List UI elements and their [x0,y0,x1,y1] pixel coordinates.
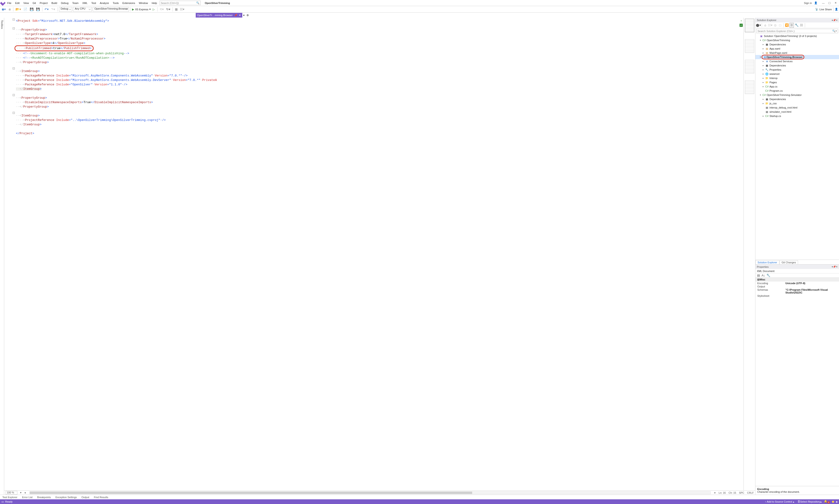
tree-item[interactable]: Program.cs [769,89,783,92]
menu-window[interactable]: Window [137,1,150,5]
tree-item[interactable]: App.xaml [769,47,780,50]
admin-icon[interactable]: 👤 [835,8,838,11]
pin-icon[interactable]: 📌 [234,14,237,17]
overview-thumb[interactable] [745,80,754,94]
platform-dropdown[interactable]: Any CPU [73,7,92,12]
tool-btn-2[interactable]: ☷▾ [179,7,185,12]
quick-search[interactable]: Search (Ctrl+Q) 🔍 [160,1,201,5]
pin-icon[interactable]: 📌 [833,266,836,268]
tab-test-explorer[interactable]: Test Explorer [0,496,20,499]
back-button[interactable]: ◉▾ [1,7,6,12]
code-editor[interactable]: <Project·Sdk="Microsoft.NET.Sdk.BlazorWe… [4,18,739,490]
status-add-src[interactable]: ↑ Add to Source Control ▴ [765,500,794,503]
menu-test[interactable]: Test [90,1,98,5]
tree-item[interactable]: Properties [769,68,781,71]
overview-thumb[interactable] [745,39,754,53]
menu-build[interactable]: Build [50,1,59,5]
overview-panel[interactable] [743,18,755,490]
signin-link[interactable]: Sign in [804,2,812,4]
fold-icon[interactable] [13,28,15,30]
menu-analyze[interactable]: Analyze [98,1,110,5]
scroll-left-icon[interactable]: ◂ [24,491,26,494]
tree-item[interactable]: Dependencies [769,64,786,67]
se-preview-icon[interactable]: ☷ [800,23,804,28]
run-target[interactable]: IIS Express [135,8,148,11]
tree-item[interactable]: interop_debug_root.html [769,106,797,109]
menu-team[interactable]: Team [71,1,80,5]
h-scrollbar[interactable] [30,491,711,494]
menu-xml[interactable]: XML [81,1,89,5]
new-project-button[interactable]: 📂▾ [15,7,22,12]
overview-thumb[interactable] [745,19,754,32]
startup-dropdown[interactable]: OpenSilverTrimming.Browser [93,7,129,12]
menu-project[interactable]: Project [38,1,49,5]
tool-btn-1[interactable]: ▦ [174,7,178,12]
zoom-dropdown-icon[interactable]: ▾ [20,491,21,494]
tree-item[interactable]: wwwroot [769,72,780,75]
tree-item[interactable]: Startup.cs [769,114,781,118]
tree-item[interactable]: Interop [769,77,777,79]
forward-button[interactable]: ◉ [7,7,12,12]
se-back-icon[interactable]: ⬤▾ [756,23,760,28]
fold-gutter[interactable] [13,18,15,490]
liveshare-label[interactable]: Live Share [819,8,832,11]
gear-icon[interactable]: ⚙ [246,14,249,17]
se-filter-icon[interactable]: ⌂ [763,23,767,28]
tab-breakpoints[interactable]: Breakpoints [35,496,53,499]
prop-row[interactable]: Output [755,285,839,288]
close-icon[interactable]: ✕ [836,19,838,21]
close-button[interactable]: ✕ [833,0,838,6]
tab-dropdown-icon[interactable]: ▾ [243,14,245,17]
tree-item[interactable]: js_css [769,102,777,105]
tree-item[interactable]: Dependencies [769,98,786,101]
menu-debug[interactable]: Debug [59,1,70,5]
prop-row[interactable]: Schemas"C:\Program Files\Microsoft Visua… [755,288,839,294]
run-dropdown-icon[interactable]: ▾ [149,8,151,11]
props-cat-icon[interactable]: ▤ [756,273,760,278]
prop-row[interactable]: Stylesheet [755,294,839,298]
menu-tools[interactable]: Tools [111,1,120,5]
pin-icon[interactable]: 📌 [833,19,836,21]
tab-output[interactable]: Output [79,496,91,499]
undo-button[interactable]: ↶▾ [44,7,49,12]
menu-view[interactable]: View [22,1,31,5]
tree-item[interactable]: Dependencies [769,43,786,46]
zoom-dropdown[interactable]: 100 % [6,491,17,494]
redo-button[interactable]: ↷▾ [50,7,56,12]
maximize-button[interactable]: ▢ [827,0,832,6]
save-button[interactable]: 💾 [29,7,34,12]
open-file-button[interactable]: 📄 [23,7,28,12]
save-all-button[interactable]: 💾 [35,7,41,12]
tree-item[interactable]: Pages [769,81,777,84]
tree-item[interactable]: simulator_root.html [769,110,791,113]
tab-git-changes[interactable]: Git Changes [780,260,798,264]
indent-indicator[interactable]: SPC [739,491,744,494]
fold-icon[interactable] [13,112,15,114]
fold-icon[interactable] [13,67,15,70]
config-dropdown[interactable]: Debug [59,7,72,12]
tree-project[interactable]: OpenSilverTrimming.Browser [767,56,803,58]
tab-find-results[interactable]: Find Results [91,496,110,499]
minimize-button[interactable]: — [821,0,826,6]
se-wrench-icon[interactable]: 🔧 [794,23,799,28]
tree-item[interactable]: MainPage.xaml [769,51,787,54]
add-icon[interactable]: ＋ [739,19,743,22]
status-select-repo[interactable]: Select Repository [800,500,820,503]
se-branch-icon[interactable]: 🔀 [785,23,789,28]
menu-file[interactable]: File [6,1,13,5]
se-round-icon[interactable]: ◎ [773,23,777,28]
tab-error-list[interactable]: Error List [20,496,35,499]
props-az-icon[interactable]: A↓ [761,273,766,278]
scroll-right-icon[interactable]: ▸ [715,491,716,494]
tree-item[interactable]: Connected Services [769,60,792,63]
eol-indicator[interactable]: CRLF [747,491,754,494]
props-category[interactable]: ⊟Misc [755,277,839,282]
liveshare-icon[interactable]: 📡 [815,8,818,11]
se-file-icon[interactable]: ☰ [790,23,794,28]
start-no-debug[interactable]: ▷ [152,7,156,12]
refresh-button[interactable]: ↻▾ [166,7,171,12]
browse-button[interactable]: ⟲▾ [159,7,165,12]
close-icon[interactable]: ✕ [836,266,838,268]
fold-icon[interactable] [13,18,15,21]
solution-tree[interactable]: ▣Solution 'OpenSilverTrimming' (3 of 3 p… [755,34,839,259]
